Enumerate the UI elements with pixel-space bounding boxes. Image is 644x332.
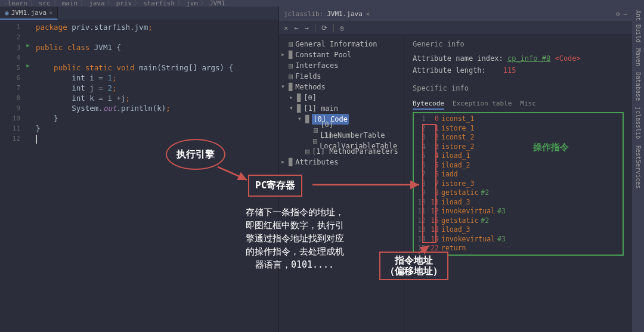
close-icon[interactable]: ✕ xyxy=(284,24,288,32)
java-file-icon: ◉ xyxy=(5,9,9,17)
tree-node[interactable]: ▤General Information xyxy=(281,39,401,49)
attr-name-index-label: Attribute name index: xyxy=(413,54,503,63)
bytecode-row: 10iconst_1 xyxy=(415,114,621,124)
bytecode-row: 21istore_1 xyxy=(415,124,621,134)
side-tool-jclasslib[interactable]: jclasslib xyxy=(635,107,642,139)
tree-node[interactable]: ▼▉Methods xyxy=(281,82,401,92)
editor-pane: ◉ JVM1.java × 123456789101112 ▶ ▶ packag… xyxy=(0,7,278,332)
bytecode-row: 1112invokevirtual #3 xyxy=(415,207,621,216)
bytecode-row: 1011iload_3 xyxy=(415,198,621,207)
tab-misc[interactable]: Misc xyxy=(520,100,536,110)
side-tool-database[interactable]: Database xyxy=(635,72,642,101)
cp-info-link[interactable]: cp_info #8 xyxy=(507,54,550,63)
inspector-pane: jclasslib: JVM1.java × ⚙ — ✕ ← → ⟳ ◎ ▤Ge… xyxy=(279,7,632,332)
breadcrumb-item[interactable]: JVM1 xyxy=(209,0,225,7)
detail-panel: Generic info Attribute name index: cp_in… xyxy=(404,35,632,332)
specific-info-heading: Specific info xyxy=(413,84,624,92)
tree-node[interactable]: ▤Interfaces xyxy=(281,60,401,71)
breadcrumb-item[interactable]: java xyxy=(89,0,105,7)
bytecode-row: 87istore_3 xyxy=(415,179,621,189)
inspector-toolbar: ✕ ← → ⟳ ◎ xyxy=(279,21,632,35)
bytecode-row: 43istore_2 xyxy=(415,142,621,152)
annotation-addr-label: 指令地址 （偏移地址） xyxy=(379,252,448,280)
close-icon[interactable]: × xyxy=(49,10,52,16)
annotation-desc: 存储下一条指令的地址， 即图红框中数字，执行引 擎通过指令地址找到对应 的操作指… xyxy=(237,206,352,271)
bytecode-row: 76iadd xyxy=(415,170,621,179)
breadcrumb-item[interactable]: src xyxy=(39,0,51,7)
inspector-file: JVM1.java xyxy=(327,10,363,18)
tree-node[interactable]: ▶▉Constant Pool xyxy=(281,49,401,60)
tab-label: JVM1.java xyxy=(11,9,47,17)
editor-tab[interactable]: ◉ JVM1.java × xyxy=(0,7,58,20)
tool-label: jclasslib: xyxy=(284,10,323,18)
run-gutter: ▶ ▶ xyxy=(24,20,32,332)
tab-exception-table[interactable]: Exception table xyxy=(453,100,512,110)
tree-node[interactable]: ▼▉[1] main xyxy=(281,103,401,114)
editor-tabbar: ◉ JVM1.java × xyxy=(0,7,278,20)
line-gutter: 123456789101112 xyxy=(0,20,24,332)
refresh-icon[interactable]: ⟳ xyxy=(321,24,327,32)
side-tool-ant-build[interactable]: Ant Build xyxy=(635,10,642,42)
breadcrumb-item[interactable]: priv xyxy=(116,0,132,7)
bytecode-row: 1215getstatic #2 xyxy=(415,216,621,226)
bytecode-row: 65iload_2 xyxy=(415,161,621,170)
breadcrumb-item[interactable]: -learn xyxy=(4,0,27,7)
bytecode-row: 54iload_1 xyxy=(415,151,621,161)
breadcrumb-item[interactable]: starfish xyxy=(143,0,175,7)
breadcrumb-item[interactable]: jvm xyxy=(186,0,198,7)
globe-icon[interactable]: ◎ xyxy=(340,24,344,32)
annotation-engine: 执行引擎 xyxy=(166,139,225,170)
tree-node[interactable]: ▤[1] LocalVariableTable xyxy=(281,135,401,146)
run-icon[interactable]: ▶ xyxy=(24,63,32,73)
annotation-pc: PC寄存器 xyxy=(248,175,302,197)
attr-length-value: 115 xyxy=(503,66,516,75)
tree-node[interactable]: ▶▉Attributes xyxy=(281,157,401,167)
forward-icon[interactable]: → xyxy=(304,24,308,32)
tab-bytecode[interactable]: Bytecode xyxy=(413,100,444,110)
op-label: 操作指令 xyxy=(533,143,569,153)
side-tool-maven[interactable]: Maven xyxy=(635,48,642,66)
close-icon[interactable]: × xyxy=(366,10,370,18)
gear-icon[interactable]: ⚙ xyxy=(616,10,620,18)
code-area[interactable]: package priv.starfish.jvm; public class … xyxy=(32,20,278,332)
bytecode-box: 操作指令 10iconst_121istore_132iconst_243ist… xyxy=(413,112,624,256)
bytecode-row: 1419invokevirtual #3 xyxy=(415,235,621,244)
cp-info-code: <Code> xyxy=(555,54,580,63)
bytecode-row: 98getstatic #2 xyxy=(415,188,621,198)
tree-node[interactable]: ▶▉[0] xyxy=(281,92,401,103)
tree-node[interactable]: ▤[1] MethodParameters xyxy=(281,146,401,157)
back-icon[interactable]: ← xyxy=(294,24,298,32)
minimize-icon[interactable]: — xyxy=(623,10,627,18)
breadcrumb: -learn〉src〉main〉java〉priv〉starfish〉jvm〉J… xyxy=(0,0,644,7)
run-icon[interactable]: ▶ xyxy=(24,42,32,52)
attr-length-label: Attribute length: xyxy=(413,66,486,75)
tree-node[interactable]: ▤Fields xyxy=(281,71,401,82)
side-toolbar: Ant BuildMavenDatabasejclasslibRestServi… xyxy=(632,7,644,332)
generic-info-heading: Generic info xyxy=(413,40,624,48)
inspector-tabbar: jclasslib: JVM1.java × ⚙ — xyxy=(279,7,632,21)
side-tool-restservices[interactable]: RestServices xyxy=(635,145,642,188)
bytecode-row: 32iconst_2 xyxy=(415,133,621,142)
bytecode-row: 1318iload_3 xyxy=(415,225,621,235)
breadcrumb-item[interactable]: main xyxy=(62,0,78,7)
detail-tabs: Bytecode Exception table Misc xyxy=(413,100,624,110)
